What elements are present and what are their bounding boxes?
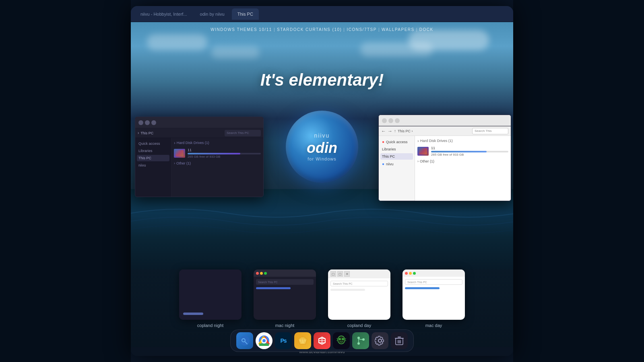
dock-icon-craft[interactable] [314,332,330,349]
drive-name-right: 11 [431,146,508,150]
svg-line-20 [336,338,338,339]
mac-day-preview[interactable]: Search This PC [402,269,465,320]
other-section-left: › Other (1) [174,161,261,165]
drive-item-right: 11 265 GB free of 933 GB [417,145,508,158]
svg-point-28 [378,339,382,342]
hard-disk-header-right: Hard Disk Drives (1) [417,138,508,143]
explorer-body-left: Quick access Libraries This PC niivu Har… [135,138,263,197]
svg-line-22 [345,338,346,339]
search-box-left[interactable]: Search This PC [225,130,261,136]
nav-forward[interactable]: → [388,128,392,134]
ocean-area [131,189,513,269]
maximize-btn-left[interactable] [145,120,150,125]
main-content: WINDOWS THEMES 10/11 | STARDOCK CURTAINS… [131,22,513,356]
sidebar-label: This PC [138,156,151,160]
logo-subtitle-text: for Windows [308,156,336,161]
sidebar-label: niivu [138,163,146,167]
right-background [513,0,644,362]
logo-container: niivu odin for Windows [286,111,358,183]
dock-icon-chrome[interactable] [256,332,272,349]
copland-day-label: copland day [347,323,371,328]
drive-info-right: 11 265 GB free of 933 GB [431,146,508,156]
nav-item-icons[interactable]: ICONS/7TSP [347,27,376,32]
other-section-right: › Other (1) [417,159,508,163]
nav-sep-3: | [378,27,380,32]
sidebar-label: Libraries [382,147,396,151]
cloud-4 [360,42,433,56]
breadcrumb-text: This PC › [398,129,413,133]
theme-item-mac-night: Search This PC mac night [254,269,316,328]
logo-niivu-text: niivu [314,132,330,139]
breadcrumb-left: › This PC [138,131,222,135]
sidebar-label: Quick access [138,142,160,146]
copland-day-preview[interactable]: ▢ ▢ ✕ Search This PC [328,269,390,320]
sidebar-libraries-left[interactable]: Libraries [137,148,169,154]
close-btn-left[interactable] [151,120,156,125]
drive-info-left: 11 265 GB free of 933 GB [188,148,261,158]
sidebar-thispc-right[interactable]: This PC [380,153,413,160]
nav-sep-4: | [416,27,418,32]
svg-point-7 [262,339,266,342]
drive-space-right: 265 GB free of 933 GB [431,153,508,156]
breadcrumb-right: ← → ↑ This PC › [381,128,470,134]
dock-icon-settings[interactable] [372,332,388,349]
breadcrumb-thispc[interactable]: This PC [140,131,153,135]
dock-icon-alien[interactable] [333,332,350,349]
minimize-btn-right[interactable] [382,118,387,123]
sidebar-thispc-left[interactable]: This PC [137,155,169,161]
sidebar-quick-access-left[interactable]: Quick access [137,140,169,147]
nav-item-themes[interactable]: WINDOWS THEMES 10/11 [211,27,272,32]
sidebar-niivu-left[interactable]: niivu [137,162,169,169]
svg-point-19 [342,338,344,340]
breadcrumb-arrow: › [138,131,139,135]
tab-3[interactable]: This PC [232,8,259,20]
themes-section: copland night Search This PC mac night [131,269,513,328]
chrome-icon [257,334,271,348]
close-btn-right[interactable] [395,118,400,123]
mac-night-preview[interactable]: Search This PC [254,269,316,320]
drive-icon-right [417,147,429,156]
logo-circle: niivu odin for Windows [286,111,358,183]
tab-1[interactable]: niivu - Hobbyist, Interf... [135,8,193,20]
mac-day-label: mac day [425,323,442,328]
copland-night-preview[interactable] [179,269,242,320]
sidebar-niivu-right[interactable]: ● niivu [380,160,413,167]
dock-icon-photoshop[interactable]: Ps [275,332,292,349]
git-icon [355,335,366,346]
nav-item-curtains[interactable]: STARDOCK CURTAINS (10) [277,27,342,32]
wave-svg [131,189,513,269]
main-pane-left: Hard Disk Drives (1) 11 265 GB free of 9… [171,138,263,197]
dock-icon-trash[interactable] [391,332,408,349]
ps-text: Ps [280,337,286,344]
dock: Ps [230,329,414,352]
drive-bar-bg-left [188,153,261,154]
minimize-btn-left[interactable] [138,120,143,125]
nav-item-wallpapers[interactable]: WALLPAPERS [382,27,415,32]
nav-up[interactable]: ↑ [394,129,396,133]
maximize-btn-right[interactable] [388,118,393,123]
drive-name-left: 11 [188,148,261,152]
dock-icon-sketch[interactable] [294,332,311,349]
theme-item-copland-day: ▢ ▢ ✕ Search This PC copland day [328,269,390,328]
search-box-right[interactable]: Search This [472,128,508,134]
craft-icon [317,336,327,346]
browser-chrome: niivu - Hobbyist, Interf... odin by niiv… [131,6,513,22]
sketch-icon [297,335,308,346]
sidebar-label: This PC [382,154,395,158]
dock-icon-git[interactable] [352,332,369,349]
dock-icon-finder[interactable] [236,332,253,349]
nav-item-dock[interactable]: DOCK [419,27,433,32]
file-explorer-left: › This PC Search This PC Quick access Li… [135,117,264,197]
tab-2[interactable]: odin by niivu [194,8,230,20]
svg-point-25 [357,342,360,345]
sidebar-left: Quick access Libraries This PC niivu [135,138,171,197]
drive-bar-fill-left [188,153,240,154]
toolbar-right: ← → ↑ This PC › Search This [379,126,511,136]
nav-back[interactable]: ← [381,128,386,134]
sidebar-label: Libraries [138,149,153,153]
sidebar-quick-access-right[interactable]: ● Quick access [380,138,413,145]
hero-section: It's elementary! [131,70,513,90]
nav-sep-1: | [274,27,275,32]
sidebar-libraries-right[interactable]: Libraries [380,146,413,152]
search-placeholder-right: Search This [475,129,492,133]
